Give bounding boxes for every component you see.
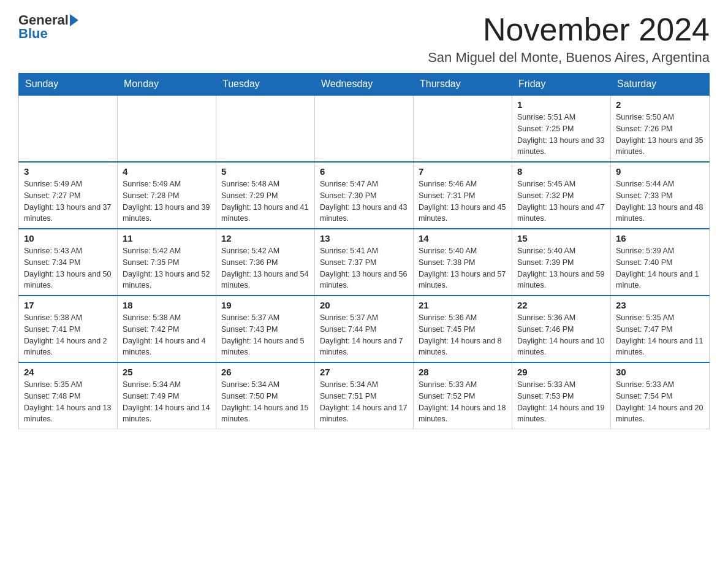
day-number: 30 — [616, 367, 704, 377]
col-header-thursday: Thursday — [414, 74, 512, 96]
logo-arrow-icon — [70, 14, 78, 26]
calendar-cell: 1Sunrise: 5:51 AMSunset: 7:25 PMDaylight… — [512, 95, 611, 162]
day-number: 1 — [517, 99, 605, 110]
day-info: Sunrise: 5:38 AMSunset: 7:42 PMDaylight:… — [123, 312, 211, 358]
calendar-cell — [414, 95, 512, 162]
day-info: Sunrise: 5:46 AMSunset: 7:31 PMDaylight:… — [419, 178, 507, 224]
calendar-cell — [118, 95, 216, 162]
logo-blue: Blue — [18, 26, 48, 42]
day-number: 28 — [419, 367, 507, 377]
day-info: Sunrise: 5:36 AMSunset: 7:46 PMDaylight:… — [517, 312, 605, 358]
calendar-cell — [315, 95, 414, 162]
day-number: 3 — [24, 166, 112, 177]
day-info: Sunrise: 5:50 AMSunset: 7:26 PMDaylight:… — [616, 112, 704, 158]
day-info: Sunrise: 5:40 AMSunset: 7:39 PMDaylight:… — [517, 245, 605, 291]
calendar-cell: 28Sunrise: 5:33 AMSunset: 7:52 PMDayligh… — [414, 362, 512, 429]
title-block: November 2024 San Miguel del Monte, Buen… — [428, 12, 710, 66]
calendar-cell: 6Sunrise: 5:47 AMSunset: 7:30 PMDaylight… — [315, 162, 414, 229]
calendar-cell: 20Sunrise: 5:37 AMSunset: 7:44 PMDayligh… — [315, 296, 414, 362]
calendar-cell: 12Sunrise: 5:42 AMSunset: 7:36 PMDayligh… — [216, 229, 315, 296]
day-info: Sunrise: 5:35 AMSunset: 7:48 PMDaylight:… — [24, 379, 112, 425]
day-number: 18 — [123, 300, 211, 310]
calendar-cell: 23Sunrise: 5:35 AMSunset: 7:47 PMDayligh… — [611, 296, 710, 362]
calendar-header-row: SundayMondayTuesdayWednesdayThursdayFrid… — [19, 74, 710, 96]
col-header-monday: Monday — [118, 74, 216, 96]
day-info: Sunrise: 5:43 AMSunset: 7:34 PMDaylight:… — [24, 245, 112, 291]
day-number: 7 — [419, 166, 507, 177]
calendar-cell: 5Sunrise: 5:48 AMSunset: 7:29 PMDaylight… — [216, 162, 315, 229]
calendar-cell: 4Sunrise: 5:49 AMSunset: 7:28 PMDaylight… — [118, 162, 216, 229]
day-info: Sunrise: 5:49 AMSunset: 7:28 PMDaylight:… — [123, 178, 211, 224]
day-info: Sunrise: 5:45 AMSunset: 7:32 PMDaylight:… — [517, 178, 605, 224]
day-number: 10 — [24, 233, 112, 243]
day-info: Sunrise: 5:36 AMSunset: 7:45 PMDaylight:… — [419, 312, 507, 358]
day-number: 25 — [123, 367, 211, 377]
main-title: November 2024 — [428, 12, 710, 47]
calendar-cell: 30Sunrise: 5:33 AMSunset: 7:54 PMDayligh… — [611, 362, 710, 429]
day-number: 26 — [221, 367, 309, 377]
day-number: 21 — [419, 300, 507, 310]
col-header-saturday: Saturday — [611, 74, 710, 96]
day-info: Sunrise: 5:34 AMSunset: 7:49 PMDaylight:… — [123, 379, 211, 425]
calendar-cell: 26Sunrise: 5:34 AMSunset: 7:50 PMDayligh… — [216, 362, 315, 429]
calendar-cell — [19, 95, 118, 162]
day-info: Sunrise: 5:38 AMSunset: 7:41 PMDaylight:… — [24, 312, 112, 358]
day-number: 27 — [320, 367, 408, 377]
day-number: 11 — [123, 233, 211, 243]
calendar-week-row: 3Sunrise: 5:49 AMSunset: 7:27 PMDaylight… — [19, 162, 710, 229]
calendar-cell: 7Sunrise: 5:46 AMSunset: 7:31 PMDaylight… — [414, 162, 512, 229]
col-header-wednesday: Wednesday — [315, 74, 414, 96]
day-number: 2 — [616, 99, 704, 110]
day-number: 15 — [517, 233, 605, 243]
day-info: Sunrise: 5:48 AMSunset: 7:29 PMDaylight:… — [221, 178, 309, 224]
calendar-cell: 24Sunrise: 5:35 AMSunset: 7:48 PMDayligh… — [19, 362, 118, 429]
day-info: Sunrise: 5:37 AMSunset: 7:43 PMDaylight:… — [221, 312, 309, 358]
day-info: Sunrise: 5:33 AMSunset: 7:54 PMDaylight:… — [616, 379, 704, 425]
col-header-sunday: Sunday — [19, 74, 118, 96]
day-number: 8 — [517, 166, 605, 177]
calendar-cell: 14Sunrise: 5:40 AMSunset: 7:38 PMDayligh… — [414, 229, 512, 296]
calendar-cell: 25Sunrise: 5:34 AMSunset: 7:49 PMDayligh… — [118, 362, 216, 429]
day-number: 12 — [221, 233, 309, 243]
day-number: 4 — [123, 166, 211, 177]
calendar-cell: 18Sunrise: 5:38 AMSunset: 7:42 PMDayligh… — [118, 296, 216, 362]
calendar-cell: 10Sunrise: 5:43 AMSunset: 7:34 PMDayligh… — [19, 229, 118, 296]
day-info: Sunrise: 5:42 AMSunset: 7:36 PMDaylight:… — [221, 245, 309, 291]
calendar-week-row: 17Sunrise: 5:38 AMSunset: 7:41 PMDayligh… — [19, 296, 710, 362]
day-info: Sunrise: 5:51 AMSunset: 7:25 PMDaylight:… — [517, 112, 605, 158]
day-number: 24 — [24, 367, 112, 377]
subtitle: San Miguel del Monte, Buenos Aires, Arge… — [428, 50, 710, 66]
day-number: 14 — [419, 233, 507, 243]
day-info: Sunrise: 5:34 AMSunset: 7:50 PMDaylight:… — [221, 379, 309, 425]
calendar-cell: 27Sunrise: 5:34 AMSunset: 7:51 PMDayligh… — [315, 362, 414, 429]
calendar-cell — [216, 95, 315, 162]
col-header-friday: Friday — [512, 74, 611, 96]
day-info: Sunrise: 5:41 AMSunset: 7:37 PMDaylight:… — [320, 245, 408, 291]
day-number: 17 — [24, 300, 112, 310]
calendar-cell: 2Sunrise: 5:50 AMSunset: 7:26 PMDaylight… — [611, 95, 710, 162]
day-info: Sunrise: 5:44 AMSunset: 7:33 PMDaylight:… — [616, 178, 704, 224]
day-number: 23 — [616, 300, 704, 310]
calendar-cell: 9Sunrise: 5:44 AMSunset: 7:33 PMDaylight… — [611, 162, 710, 229]
calendar-cell: 29Sunrise: 5:33 AMSunset: 7:53 PMDayligh… — [512, 362, 611, 429]
calendar-week-row: 10Sunrise: 5:43 AMSunset: 7:34 PMDayligh… — [19, 229, 710, 296]
day-info: Sunrise: 5:33 AMSunset: 7:53 PMDaylight:… — [517, 379, 605, 425]
calendar-week-row: 24Sunrise: 5:35 AMSunset: 7:48 PMDayligh… — [19, 362, 710, 429]
day-info: Sunrise: 5:33 AMSunset: 7:52 PMDaylight:… — [419, 379, 507, 425]
calendar-cell: 15Sunrise: 5:40 AMSunset: 7:39 PMDayligh… — [512, 229, 611, 296]
day-number: 22 — [517, 300, 605, 310]
calendar-cell: 17Sunrise: 5:38 AMSunset: 7:41 PMDayligh… — [19, 296, 118, 362]
day-number: 29 — [517, 367, 605, 377]
day-info: Sunrise: 5:39 AMSunset: 7:40 PMDaylight:… — [616, 245, 704, 291]
calendar-table: SundayMondayTuesdayWednesdayThursdayFrid… — [18, 73, 710, 429]
day-info: Sunrise: 5:47 AMSunset: 7:30 PMDaylight:… — [320, 178, 408, 224]
calendar-cell: 13Sunrise: 5:41 AMSunset: 7:37 PMDayligh… — [315, 229, 414, 296]
calendar-cell: 19Sunrise: 5:37 AMSunset: 7:43 PMDayligh… — [216, 296, 315, 362]
calendar-cell: 16Sunrise: 5:39 AMSunset: 7:40 PMDayligh… — [611, 229, 710, 296]
day-number: 9 — [616, 166, 704, 177]
day-info: Sunrise: 5:35 AMSunset: 7:47 PMDaylight:… — [616, 312, 704, 358]
day-number: 6 — [320, 166, 408, 177]
day-info: Sunrise: 5:49 AMSunset: 7:27 PMDaylight:… — [24, 178, 112, 224]
day-info: Sunrise: 5:40 AMSunset: 7:38 PMDaylight:… — [419, 245, 507, 291]
day-number: 16 — [616, 233, 704, 243]
